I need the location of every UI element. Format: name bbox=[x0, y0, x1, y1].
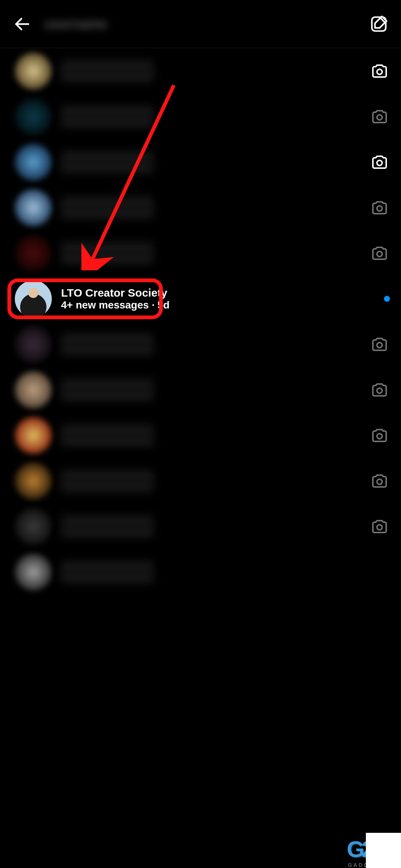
chat-name-blurred bbox=[61, 243, 154, 253]
chat-row-blurred[interactable] bbox=[0, 230, 401, 276]
camera-button[interactable] bbox=[369, 243, 390, 264]
avatar bbox=[15, 53, 52, 90]
camera-icon bbox=[371, 381, 388, 399]
camera-button[interactable] bbox=[369, 380, 390, 400]
chat-subtitle: 4+ new messages · 5d bbox=[61, 299, 377, 311]
chat-sub-blurred bbox=[61, 117, 154, 127]
arrow-left-icon bbox=[13, 15, 31, 33]
compose-icon bbox=[370, 15, 388, 33]
chat-row-blurred[interactable] bbox=[0, 367, 401, 413]
avatar bbox=[15, 235, 52, 272]
chat-row-blurred[interactable] bbox=[0, 458, 401, 504]
svg-point-9 bbox=[377, 434, 382, 439]
chat-info bbox=[61, 562, 390, 582]
chat-name: LTO Creator Society bbox=[61, 287, 377, 299]
avatar bbox=[15, 144, 52, 181]
chat-row-blurred[interactable] bbox=[0, 94, 401, 139]
watermark-white-block bbox=[366, 833, 401, 868]
camera-icon bbox=[371, 244, 388, 262]
camera-icon bbox=[371, 472, 388, 490]
avatar bbox=[15, 371, 52, 408]
svg-point-3 bbox=[377, 115, 382, 120]
chat-info bbox=[61, 243, 362, 264]
chat-sub-blurred bbox=[61, 71, 154, 81]
chat-row-blurred[interactable] bbox=[0, 139, 401, 185]
chat-row-blurred[interactable] bbox=[0, 185, 401, 230]
chat-info bbox=[61, 334, 362, 355]
camera-button[interactable] bbox=[369, 425, 390, 446]
avatar bbox=[15, 554, 52, 591]
camera-button[interactable] bbox=[369, 471, 390, 491]
avatar bbox=[15, 326, 52, 363]
watermark: G2U GADGETS bbox=[331, 824, 401, 868]
chat-list: LTO Creator Society 4+ new messages · 5d bbox=[0, 48, 401, 595]
chat-sub-blurred bbox=[61, 344, 154, 355]
camera-button[interactable] bbox=[369, 334, 390, 355]
chat-name-blurred bbox=[61, 197, 154, 208]
camera-button[interactable] bbox=[369, 61, 390, 81]
chat-name-blurred bbox=[61, 334, 154, 344]
chat-name-blurred bbox=[61, 380, 154, 390]
chat-name-blurred bbox=[61, 61, 154, 71]
camera-icon bbox=[371, 199, 388, 217]
chat-row-blurred[interactable] bbox=[0, 321, 401, 367]
unread-indicator-dot bbox=[384, 296, 390, 302]
chat-name-blurred bbox=[61, 516, 154, 527]
dm-header: username bbox=[0, 0, 401, 48]
svg-point-6 bbox=[377, 251, 382, 257]
chat-row-blurred[interactable] bbox=[0, 48, 401, 94]
svg-point-11 bbox=[377, 525, 382, 530]
avatar bbox=[15, 463, 52, 500]
chat-info: LTO Creator Society 4+ new messages · 5d bbox=[61, 287, 377, 311]
chat-sub-blurred bbox=[61, 162, 154, 173]
chat-info bbox=[61, 61, 362, 81]
camera-button[interactable] bbox=[369, 106, 390, 127]
chat-info bbox=[61, 152, 362, 173]
compose-button[interactable] bbox=[368, 13, 390, 35]
chat-row-blurred[interactable] bbox=[0, 549, 401, 595]
avatar bbox=[15, 189, 52, 226]
chat-info bbox=[61, 106, 362, 127]
chat-info bbox=[61, 380, 362, 400]
chat-sub-blurred bbox=[61, 435, 154, 446]
chat-name-blurred bbox=[61, 152, 154, 162]
chat-name-blurred bbox=[61, 425, 154, 435]
chat-name-blurred bbox=[61, 106, 154, 117]
chat-sub-blurred bbox=[61, 390, 154, 400]
chat-sub-blurred bbox=[61, 572, 154, 582]
avatar-lto bbox=[15, 280, 52, 317]
camera-button[interactable] bbox=[369, 516, 390, 537]
chat-sub-blurred bbox=[61, 527, 154, 537]
chat-sub-blurred bbox=[61, 208, 154, 218]
chat-row-highlighted[interactable]: LTO Creator Society 4+ new messages · 5d bbox=[0, 276, 401, 321]
back-button[interactable] bbox=[11, 13, 33, 35]
camera-icon bbox=[371, 108, 388, 126]
svg-point-5 bbox=[377, 206, 382, 211]
avatar bbox=[15, 98, 52, 135]
chat-row-blurred[interactable] bbox=[0, 413, 401, 458]
camera-icon bbox=[371, 153, 388, 171]
avatar bbox=[15, 417, 52, 454]
svg-point-2 bbox=[377, 69, 382, 74]
svg-point-10 bbox=[377, 479, 382, 484]
chat-info bbox=[61, 425, 362, 446]
chat-info bbox=[61, 471, 362, 491]
chat-row-blurred[interactable] bbox=[0, 504, 401, 549]
chat-info bbox=[61, 197, 362, 218]
header-username-blurred: username bbox=[44, 16, 368, 32]
camera-icon bbox=[371, 518, 388, 535]
chat-sub-blurred bbox=[61, 253, 154, 264]
camera-button[interactable] bbox=[369, 197, 390, 218]
camera-icon bbox=[371, 335, 388, 353]
chat-sub-blurred bbox=[61, 481, 154, 491]
chat-name-blurred bbox=[61, 471, 154, 481]
chat-info bbox=[61, 516, 362, 537]
svg-point-8 bbox=[377, 388, 382, 393]
camera-button[interactable] bbox=[369, 152, 390, 173]
svg-point-7 bbox=[377, 343, 382, 348]
avatar bbox=[15, 508, 52, 545]
chat-name-blurred bbox=[61, 562, 154, 572]
camera-icon bbox=[371, 62, 388, 80]
svg-point-4 bbox=[377, 160, 382, 166]
camera-icon bbox=[371, 427, 388, 444]
